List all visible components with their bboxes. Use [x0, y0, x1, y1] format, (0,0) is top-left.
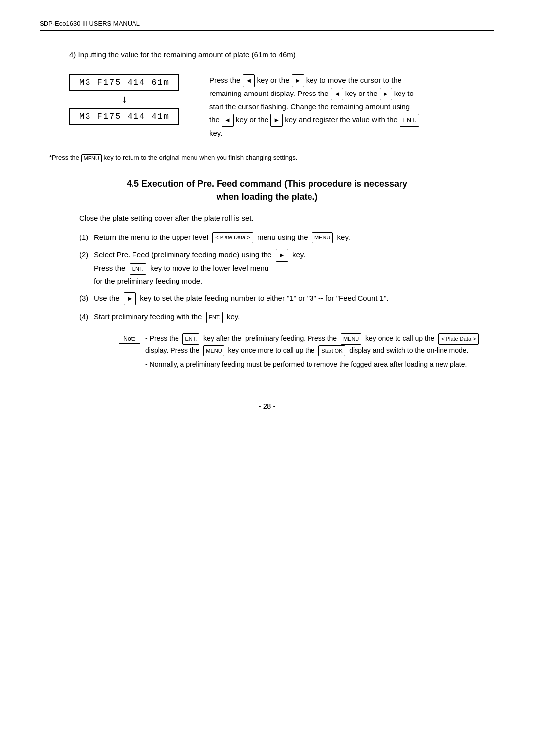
list-content-1: Return the menu to the upper level < Pla…	[94, 231, 494, 244]
section45-intro: Close the plate setting cover after the …	[79, 214, 494, 222]
note-content: - Press the ENT. key after the prelimina…	[145, 333, 494, 372]
section45-intro-text: Close the plate setting cover after the …	[79, 214, 254, 222]
note-line-1: - Press the ENT. key after the prelimina…	[145, 333, 494, 357]
left-key-btn1: ◄	[243, 74, 255, 87]
ent-key-btn1: ENT.	[400, 114, 419, 127]
footnote: *Press the MENU key to return to the ori…	[49, 154, 494, 162]
note-label: Note	[119, 334, 140, 344]
page: SDP-Eco1630 III USERS MANUAL 4) Inputtin…	[0, 0, 534, 756]
page-number: - 28 -	[40, 402, 494, 410]
section45-heading-text: 4.5 Execution of Pre. Feed command (This…	[127, 179, 407, 202]
lcd-top: M3 F175 414 61m	[69, 74, 179, 91]
menu-key-footnote: MENU	[81, 154, 102, 162]
plate-data-btn-note1: < Plate Data >	[438, 333, 479, 345]
section45-heading: 4.5 Execution of Pre. Feed command (This…	[40, 177, 494, 204]
display-area: M3 F175 414 61m ↓ M3 F175 414 41m Press …	[69, 74, 494, 139]
section45-body: Close the plate setting cover after the …	[79, 214, 494, 373]
description-text: Press the ◄ key or the ► key to move the…	[209, 74, 422, 139]
page-header: SDP-Eco1630 III USERS MANUAL	[40, 20, 494, 31]
lcd-box-group: M3 F175 414 61m ↓ M3 F175 414 41m	[69, 74, 179, 125]
arrow-down-icon: ↓	[122, 93, 127, 106]
list-item-3: (3) Use the ► key to set the plate feedi…	[79, 292, 494, 305]
section4-intro: 4) Inputting the value for the remaining…	[69, 50, 494, 59]
menu-key-note2: MENU	[203, 345, 224, 357]
lcd-bottom: M3 F175 414 41m	[69, 108, 179, 125]
list-content-4: Start preliminary feeding with the ENT. …	[94, 310, 494, 323]
plate-data-btn-1: < Plate Data >	[212, 232, 253, 243]
ent-key-4: ENT.	[206, 312, 223, 323]
list-content-2: Select Pre. Feed (preliminary feeding mo…	[94, 248, 494, 287]
note-box: Note - Press the ENT. key after the prel…	[119, 333, 494, 372]
right-key-btn2: ►	[380, 88, 392, 100]
note-line-2: - Normally, a preliminary feeding must b…	[145, 359, 494, 371]
list-num-1: (1)	[79, 231, 94, 244]
list-num-2: (2)	[79, 248, 94, 287]
menu-key-1: MENU	[312, 232, 333, 243]
list-item-1: (1) Return the menu to the upper level <…	[79, 231, 494, 244]
left-key-btn3: ◄	[222, 114, 234, 127]
start-ok-btn: Start OK	[318, 345, 345, 357]
list-item-4: (4) Start preliminary feeding with the E…	[79, 310, 494, 323]
right-key-3: ►	[124, 292, 136, 305]
list-content-3: Use the ► key to set the plate feeding n…	[94, 292, 494, 305]
left-key-btn2: ◄	[331, 88, 343, 100]
right-key-btn3: ►	[270, 114, 283, 127]
ent-key-note1: ENT.	[182, 333, 199, 345]
right-key-2: ►	[276, 249, 288, 262]
list-num-4: (4)	[79, 310, 94, 323]
list-item-2: (2) Select Pre. Feed (preliminary feedin…	[79, 248, 494, 287]
menu-key-note1: MENU	[341, 333, 361, 345]
section4-intro-text: 4) Inputting the value for the remaining…	[69, 50, 296, 59]
right-key-btn1: ►	[292, 74, 304, 87]
header-title: SDP-Eco1630 III USERS MANUAL	[40, 20, 140, 27]
ent-key-2: ENT.	[130, 263, 146, 275]
list-num-3: (3)	[79, 292, 94, 305]
